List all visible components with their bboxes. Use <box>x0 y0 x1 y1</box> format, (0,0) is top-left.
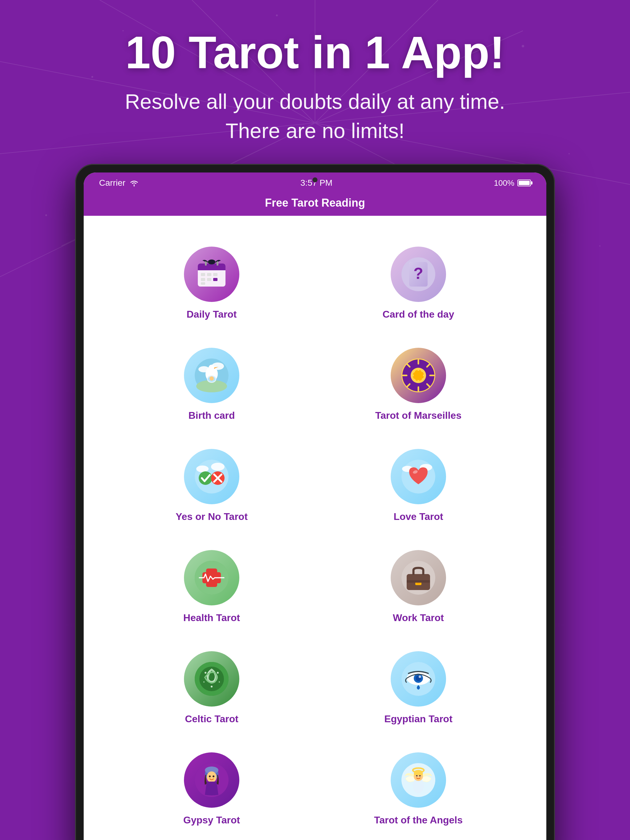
icon-daily-tarot <box>184 246 239 302</box>
svg-point-44 <box>209 365 215 371</box>
svg-rect-25 <box>213 273 217 276</box>
label-egyptian-tarot: Egyptian Tarot <box>384 713 453 725</box>
grid-item-health-tarot[interactable]: Health Tarot <box>108 535 315 636</box>
svg-text:?: ? <box>413 264 423 282</box>
header-section: 10 Tarot in 1 App! Resolve all your doub… <box>0 0 630 164</box>
label-yes-no-tarot: Yes or No Tarot <box>176 511 248 523</box>
grid-item-angels-tarot[interactable]: Tarot of the Angels <box>315 737 522 838</box>
icon-tarot-marseilles <box>391 348 446 403</box>
grid-item-daily-tarot[interactable]: Daily Tarot <box>108 231 315 332</box>
svg-rect-29 <box>213 278 217 281</box>
svg-point-73 <box>199 471 212 485</box>
svg-point-72 <box>211 463 225 471</box>
label-celtic-tarot: Celtic Tarot <box>185 713 238 725</box>
nav-title: Free Tarot Reading <box>265 196 365 209</box>
grid-item-birth-card[interactable]: Birth card <box>108 332 315 434</box>
svg-point-112 <box>209 775 211 777</box>
svg-rect-24 <box>207 273 211 276</box>
battery-percent: 100% <box>494 178 514 188</box>
grid-item-tarot-marseilles[interactable]: Tarot of Marseilles <box>315 332 522 434</box>
wifi-icon <box>129 179 139 186</box>
main-title: 10 Tarot in 1 App! <box>0 28 630 78</box>
label-work-tarot: Work Tarot <box>393 612 444 624</box>
svg-rect-92 <box>407 580 430 583</box>
subtitle: Resolve all your doubts daily at any tim… <box>0 87 630 145</box>
svg-rect-32 <box>205 261 207 266</box>
svg-point-122 <box>419 775 421 777</box>
icon-card-of-day: ? <box>391 246 446 302</box>
icon-angels-tarot <box>391 752 446 808</box>
svg-point-48 <box>209 376 214 381</box>
svg-point-106 <box>419 676 421 678</box>
label-gypsy-tarot: Gypsy Tarot <box>184 815 240 826</box>
svg-rect-22 <box>198 267 225 270</box>
svg-rect-28 <box>207 278 211 281</box>
svg-point-96 <box>204 672 206 674</box>
svg-point-98 <box>211 686 212 687</box>
icon-work-tarot <box>391 550 446 605</box>
label-angels-tarot: Tarot of the Angels <box>374 815 463 826</box>
label-love-tarot: Love Tarot <box>393 511 443 523</box>
tablet-inner: Carrier 3:57 PM 100% Free Tar <box>84 172 546 840</box>
subtitle-line1: Resolve all your doubts daily at any tim… <box>125 90 505 113</box>
svg-point-97 <box>217 672 219 674</box>
grid-item-gypsy-tarot[interactable]: Gypsy Tarot <box>108 737 315 838</box>
svg-point-100 <box>219 681 220 682</box>
battery-icon <box>518 180 531 186</box>
svg-point-111 <box>207 771 217 783</box>
grid-item-love-tarot[interactable]: Love Tarot <box>315 434 522 535</box>
icon-yes-no-tarot <box>184 449 239 504</box>
label-tarot-marseilles: Tarot of Marseilles <box>375 410 461 421</box>
label-health-tarot: Health Tarot <box>184 612 240 624</box>
icon-gypsy-tarot <box>184 752 239 808</box>
svg-point-99 <box>203 681 204 682</box>
svg-rect-33 <box>217 261 218 266</box>
svg-rect-23 <box>201 273 205 276</box>
device-wrapper: Carrier 3:57 PM 100% Free Tar <box>0 164 630 840</box>
icon-health-tarot <box>184 550 239 605</box>
icon-egyptian-tarot <box>391 651 446 707</box>
label-card-of-day: Card of the day <box>383 309 454 320</box>
label-daily-tarot: Daily Tarot <box>187 309 237 320</box>
svg-rect-27 <box>201 278 205 281</box>
app-content: Daily Tarot <box>84 216 546 840</box>
svg-rect-30 <box>201 282 205 285</box>
icon-birth-card <box>184 348 239 403</box>
grid-item-yes-no-tarot[interactable]: Yes or No Tarot <box>108 434 315 535</box>
svg-point-113 <box>212 775 214 777</box>
nav-bar: Free Tarot Reading <box>84 191 546 216</box>
status-bar-left: Carrier <box>99 178 139 188</box>
grid-item-celtic-tarot[interactable]: Celtic Tarot <box>108 636 315 737</box>
svg-point-71 <box>196 466 209 472</box>
carrier-label: Carrier <box>99 178 125 188</box>
grid-item-work-tarot[interactable]: Work Tarot <box>315 535 522 636</box>
grid-item-card-of-day[interactable]: ? Card of the day <box>315 231 522 332</box>
label-birth-card: Birth card <box>188 410 235 421</box>
status-bar-right: 100% <box>494 178 531 188</box>
icon-celtic-tarot <box>184 651 239 707</box>
battery-fill <box>519 181 530 185</box>
grid-item-egyptian-tarot[interactable]: Egyptian Tarot <box>315 636 522 737</box>
svg-point-31 <box>208 259 215 264</box>
main-grid: Daily Tarot <box>108 231 522 838</box>
svg-point-121 <box>416 775 418 777</box>
subtitle-line2: There are no limits! <box>225 119 405 142</box>
icon-love-tarot <box>391 449 446 504</box>
tablet-frame: Carrier 3:57 PM 100% Free Tar <box>75 164 555 840</box>
camera <box>313 177 317 182</box>
